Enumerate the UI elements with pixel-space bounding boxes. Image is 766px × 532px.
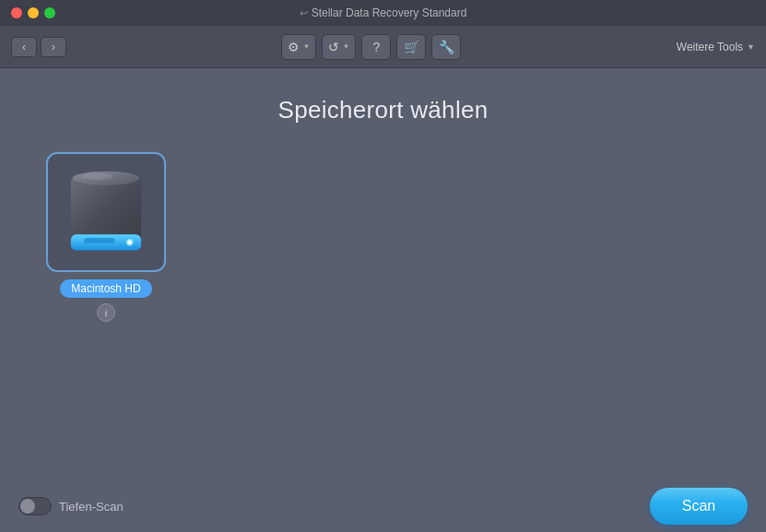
svg-point-2	[81, 173, 112, 181]
settings-button[interactable]: ⚙ ▼	[281, 34, 316, 60]
titlebar: ↩ Stellar Data Recovery Standard	[0, 0, 766, 26]
toolbar: ‹ › ⚙ ▼ ↺ ▼ ? 🛒 🔧 Weitere Tools ▼	[0, 26, 766, 68]
minimize-button[interactable]	[28, 7, 39, 18]
forward-button[interactable]: ›	[41, 37, 66, 57]
toolbar-center: ⚙ ▼ ↺ ▼ ? 🛒 🔧	[66, 34, 677, 60]
drive-info-button[interactable]: i	[97, 303, 115, 322]
weitere-tools-arrow-icon: ▼	[747, 42, 755, 52]
history-dropdown-arrow: ▼	[342, 42, 349, 51]
app-title: ↩ Stellar Data Recovery Standard	[300, 6, 467, 19]
forward-icon: ›	[52, 41, 55, 53]
weitere-tools-button[interactable]: Weitere Tools ▼	[677, 41, 755, 53]
main-content: Speicherort wählen	[0, 68, 766, 532]
drive-label: Macintosh HD	[60, 279, 151, 298]
cart-icon: 🛒	[404, 40, 419, 54]
svg-rect-6	[84, 238, 114, 243]
back-button[interactable]: ‹	[11, 37, 37, 57]
deep-scan-switch[interactable]	[18, 497, 52, 515]
back-icon: ‹	[22, 41, 26, 53]
toggle-knob	[20, 499, 35, 514]
scan-button-label: Scan	[682, 498, 715, 514]
wrench-button[interactable]: 🔧	[431, 34, 461, 60]
weitere-tools-label: Weitere Tools	[677, 41, 743, 53]
wrench-icon: 🔧	[439, 40, 454, 54]
svg-point-5	[127, 240, 132, 244]
hard-drive-icon	[65, 166, 147, 258]
history-icon: ↺	[328, 40, 339, 54]
history-button[interactable]: ↺ ▼	[322, 34, 356, 60]
drives-area: Macintosh HD i	[0, 124, 766, 532]
settings-dropdown-arrow: ▼	[302, 42, 310, 51]
app-title-text: Stellar Data Recovery Standard	[312, 6, 467, 19]
scan-button[interactable]: Scan	[650, 488, 748, 525]
bottom-bar: Tiefen-Scan Scan	[0, 480, 766, 532]
drive-icon-container	[46, 152, 166, 272]
close-button[interactable]	[11, 7, 22, 18]
help-button[interactable]: ?	[361, 34, 391, 60]
settings-icon: ⚙	[288, 40, 300, 54]
info-icon: i	[104, 307, 107, 318]
window-controls	[11, 7, 55, 18]
maximize-button[interactable]	[44, 7, 55, 18]
help-icon: ?	[372, 40, 380, 54]
title-arrow-icon: ↩	[300, 7, 308, 19]
deep-scan-toggle[interactable]: Tiefen-Scan	[18, 497, 124, 515]
deep-scan-label: Tiefen-Scan	[59, 500, 124, 514]
drive-item-macintosh-hd[interactable]: Macintosh HD i	[46, 152, 166, 322]
page-title: Speicherort wählen	[278, 96, 489, 124]
nav-buttons: ‹ ›	[11, 37, 66, 57]
cart-button[interactable]: 🛒	[396, 34, 426, 60]
